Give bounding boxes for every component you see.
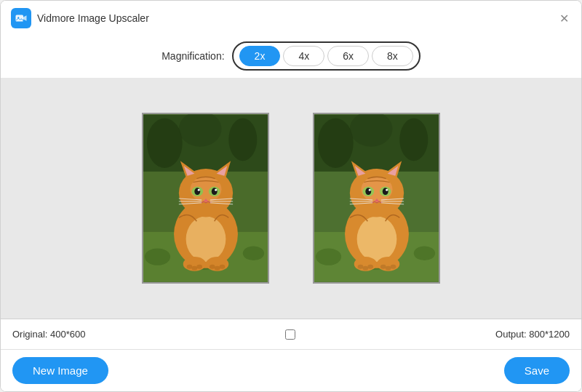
svg-point-23	[212, 188, 218, 195]
svg-point-38	[210, 265, 215, 269]
mag-button-4x[interactable]: 4x	[283, 46, 324, 66]
svg-point-22	[194, 188, 200, 195]
original-image-panel	[142, 113, 269, 284]
close-button[interactable]: ✕	[557, 11, 571, 25]
info-bar: Original: 400*600 Output: 800*1200	[1, 319, 581, 349]
svg-point-75	[367, 265, 373, 269]
svg-point-48	[414, 246, 435, 260]
title-bar: Vidmore Image Upscaler ✕	[1, 1, 581, 36]
svg-point-43	[318, 119, 354, 168]
svg-point-10	[243, 246, 264, 260]
magnification-bar: Magnification: 2x 4x 6x 8x	[1, 36, 581, 78]
new-image-button[interactable]: New Image	[12, 357, 108, 384]
svg-point-74	[362, 266, 368, 271]
svg-point-63	[386, 189, 388, 191]
original-image	[142, 113, 269, 284]
app-title: Vidmore Image Upscaler	[37, 12, 149, 24]
svg-point-36	[191, 266, 197, 271]
svg-point-77	[386, 266, 391, 271]
svg-point-5	[147, 119, 183, 168]
svg-point-60	[365, 188, 371, 195]
mag-button-8x[interactable]: 8x	[372, 46, 413, 66]
magnification-label: Magnification:	[162, 50, 224, 62]
magnification-buttons-group: 2x 4x 6x 8x	[232, 41, 420, 71]
svg-point-6	[228, 119, 257, 161]
output-image-panel	[313, 113, 440, 284]
svg-point-24	[198, 189, 200, 191]
output-size-label: Output: 800*1200	[495, 329, 570, 340]
svg-marker-1	[23, 15, 27, 21]
svg-point-47	[316, 248, 341, 265]
svg-point-44	[399, 119, 428, 161]
svg-point-35	[187, 265, 193, 269]
app-window: Vidmore Image Upscaler ✕ Magnification: …	[0, 0, 582, 392]
app-icon	[11, 8, 31, 28]
svg-point-51	[357, 216, 397, 262]
bottom-bar: New Image Save	[1, 349, 581, 391]
mag-button-2x[interactable]: 2x	[239, 46, 281, 66]
output-image	[313, 113, 440, 284]
svg-point-40	[220, 265, 226, 269]
svg-point-39	[215, 266, 220, 271]
svg-point-73	[358, 265, 364, 269]
svg-point-76	[380, 265, 386, 269]
svg-point-25	[215, 189, 217, 191]
svg-point-9	[145, 248, 170, 265]
content-area	[1, 78, 581, 319]
save-button[interactable]: Save	[504, 357, 570, 384]
svg-point-78	[391, 265, 396, 269]
compare-checkbox[interactable]	[285, 329, 295, 340]
original-size-label: Original: 400*600	[12, 329, 85, 340]
svg-rect-0	[16, 15, 24, 22]
svg-point-37	[196, 265, 202, 269]
svg-point-62	[369, 189, 371, 191]
svg-point-61	[383, 188, 388, 195]
svg-point-13	[186, 216, 226, 262]
mag-button-6x[interactable]: 6x	[327, 46, 369, 66]
